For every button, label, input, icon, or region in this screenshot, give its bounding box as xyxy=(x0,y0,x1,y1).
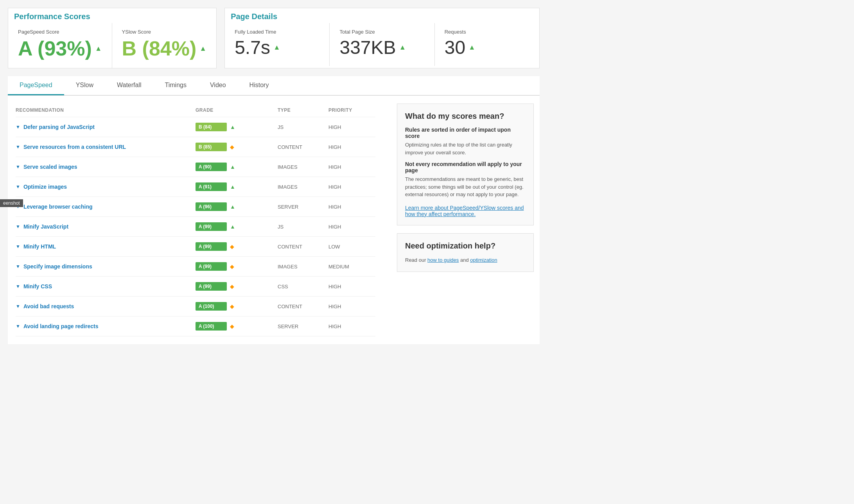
help-box-title: Need optimization help? xyxy=(405,241,526,250)
requests-trend-icon: ▲ xyxy=(468,43,475,52)
priority-cell: HIGH xyxy=(328,323,375,329)
grade-trend-icon: ◆ xyxy=(230,283,234,290)
expand-arrow-icon[interactable]: ▼ xyxy=(16,244,20,249)
rule2-text: The recommendations are meant to be gene… xyxy=(405,175,526,198)
type-cell: JS xyxy=(278,124,325,130)
type-cell: SERVER xyxy=(278,323,325,329)
expand-arrow-icon[interactable]: ▼ xyxy=(16,264,20,269)
yslow-score-label: YSlow Score xyxy=(122,29,207,35)
tab-video[interactable]: Video xyxy=(198,76,238,95)
expand-arrow-icon[interactable]: ▼ xyxy=(16,164,20,170)
requests-label: Requests xyxy=(445,29,529,35)
recommendation-name[interactable]: ▼ Specify image dimensions xyxy=(16,263,192,270)
type-cell: SERVER xyxy=(278,204,325,210)
priority-cell: HIGH xyxy=(328,144,375,150)
recommendation-name[interactable]: ▼ Avoid bad requests xyxy=(16,303,192,309)
grade-bar: A (91) xyxy=(196,182,227,191)
grade-bar-container: A (99) ◆ xyxy=(196,262,274,271)
expand-arrow-icon[interactable]: ▼ xyxy=(16,184,20,189)
tab-timings[interactable]: Timings xyxy=(153,76,198,95)
grade-trend-icon: ◆ xyxy=(230,263,234,270)
learn-more-link[interactable]: Learn more about PageSpeed/YSlow scores … xyxy=(405,205,524,217)
sidebar: What do my scores mean? Rules are sorted… xyxy=(391,104,540,336)
grade-bar: A (90) xyxy=(196,163,227,171)
grade-bar-container: B (85) ◆ xyxy=(196,143,274,151)
priority-cell: HIGH xyxy=(328,224,375,230)
recommendation-name[interactable]: ▼ Minify CSS xyxy=(16,283,192,290)
yslow-score-card: YSlow Score B (84%) ▲ xyxy=(112,23,217,68)
optimization-link[interactable]: optimization xyxy=(470,257,497,263)
tab-pagespeed[interactable]: PageSpeed xyxy=(8,76,64,95)
type-cell: CONTENT xyxy=(278,144,325,150)
type-cell: IMAGES xyxy=(278,164,325,170)
total-size-card: Total Page Size 337KB ▲ xyxy=(329,23,434,66)
fully-loaded-card: Fully Loaded Time 5.7s ▲ xyxy=(225,23,329,66)
priority-cell: HIGH xyxy=(328,164,375,170)
recommendation-name[interactable]: ▼ Minify JavaScript xyxy=(16,223,192,230)
table-row: ▼ Minify CSS A (99) ◆ CSS HIGH xyxy=(16,277,375,297)
tab-waterfall[interactable]: Waterfall xyxy=(105,76,153,95)
col-header-recommendation: RECOMMENDATION xyxy=(16,107,192,113)
expand-arrow-icon[interactable]: ▼ xyxy=(16,124,20,130)
table-row: ▼ Optimize images A (91) ▲ IMAGES HIGH xyxy=(16,177,375,197)
total-size-label: Total Page Size xyxy=(339,29,424,35)
table-row: ▼ Avoid landing page redirects A (100) ◆… xyxy=(16,316,375,336)
pagespeed-score-value: A (93%) ▲ xyxy=(18,37,102,60)
recommendation-name[interactable]: ▼ Optimize images xyxy=(16,184,192,190)
grade-bar-container: A (100) ◆ xyxy=(196,302,274,311)
table-row: ▼ Serve resources from a consistent URL … xyxy=(16,137,375,157)
col-header-priority: PRIORITY xyxy=(328,107,375,113)
total-size-trend-icon: ▲ xyxy=(399,43,406,52)
priority-cell: HIGH xyxy=(328,124,375,130)
expand-arrow-icon[interactable]: ▼ xyxy=(16,323,20,329)
grade-trend-icon: ▲ xyxy=(230,124,235,130)
col-header-type: TYPE xyxy=(278,107,325,113)
help-box-text: Read our how to guides and optimization xyxy=(405,256,526,264)
yslow-score-value: B (84%) ▲ xyxy=(122,37,207,60)
recommendation-name[interactable]: ▼ Minify HTML xyxy=(16,243,192,250)
grade-bar: A (100) xyxy=(196,322,227,331)
page-details-title: Page Details xyxy=(225,8,539,23)
help-box: Need optimization help? Read our how to … xyxy=(397,233,534,272)
type-cell: JS xyxy=(278,224,325,230)
total-size-value: 337KB ▲ xyxy=(339,37,424,58)
fully-loaded-trend-icon: ▲ xyxy=(273,43,280,52)
how-to-guides-link[interactable]: how to guides xyxy=(427,257,459,263)
rule1-title: Rules are sorted in order of impact upon… xyxy=(405,127,526,139)
tab-history[interactable]: History xyxy=(238,76,281,95)
expand-arrow-icon[interactable]: ▼ xyxy=(16,284,20,289)
table-row: ▼ Avoid bad requests A (100) ◆ CONTENT H… xyxy=(16,297,375,316)
expand-arrow-icon[interactable]: ▼ xyxy=(16,304,20,309)
priority-cell: HIGH xyxy=(328,204,375,210)
priority-cell: MEDIUM xyxy=(328,264,375,270)
recommendation-name[interactable]: ▼ Serve scaled images xyxy=(16,164,192,170)
grade-bar: A (96) xyxy=(196,202,227,211)
table-header: RECOMMENDATION GRADE TYPE PRIORITY xyxy=(16,104,375,117)
table-row: ▼ Serve scaled images A (90) ▲ IMAGES HI… xyxy=(16,157,375,177)
grade-trend-icon: ◆ xyxy=(230,323,234,329)
tabs-section: PageSpeed YSlow Waterfall Timings Video … xyxy=(8,76,540,96)
grade-trend-icon: ▲ xyxy=(230,164,235,170)
expand-arrow-icon[interactable]: ▼ xyxy=(16,144,20,150)
table-row: ▼ Leverage browser caching A (96) ▲ SERV… xyxy=(16,197,375,217)
recommendation-name[interactable]: ▼ Leverage browser caching xyxy=(16,204,192,210)
fully-loaded-label: Fully Loaded Time xyxy=(235,29,319,35)
rule2-title: Not every recommendation will apply to y… xyxy=(405,161,526,173)
priority-cell: HIGH xyxy=(328,284,375,290)
type-cell: CONTENT xyxy=(278,244,325,250)
recommendations-section: RECOMMENDATION GRADE TYPE PRIORITY ▼ Def… xyxy=(8,104,383,336)
expand-arrow-icon[interactable]: ▼ xyxy=(16,224,20,229)
scores-info-box: What do my scores mean? Rules are sorted… xyxy=(397,104,534,225)
recommendation-name[interactable]: ▼ Avoid landing page redirects xyxy=(16,323,192,329)
grade-bar: B (85) xyxy=(196,143,227,151)
pagespeed-trend-icon: ▲ xyxy=(95,45,102,53)
recommendation-name[interactable]: ▼ Serve resources from a consistent URL xyxy=(16,144,192,150)
tab-yslow[interactable]: YSlow xyxy=(64,76,105,95)
recommendations-list: ▼ Defer parsing of JavaScript B (84) ▲ J… xyxy=(16,117,375,336)
grade-trend-icon: ◆ xyxy=(230,303,234,309)
recommendation-name[interactable]: ▼ Defer parsing of JavaScript xyxy=(16,124,192,130)
performance-scores-block: Performance Scores PageSpeed Score A (93… xyxy=(8,8,217,68)
table-row: ▼ Minify HTML A (99) ◆ CONTENT LOW xyxy=(16,237,375,257)
type-cell: CSS xyxy=(278,284,325,290)
table-row: ▼ Defer parsing of JavaScript B (84) ▲ J… xyxy=(16,117,375,137)
